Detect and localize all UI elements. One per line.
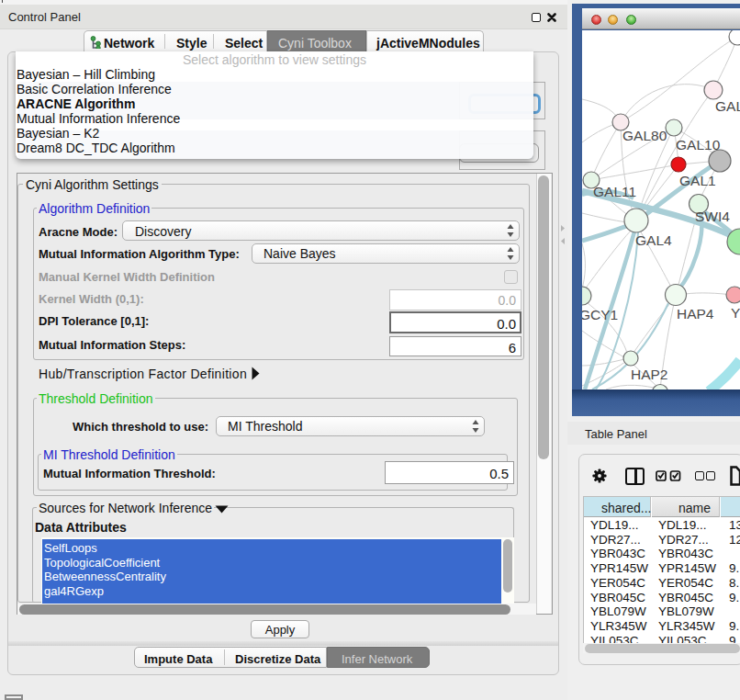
svg-text:HAP4: HAP4 bbox=[677, 306, 714, 322]
svg-text:GAL: GAL bbox=[715, 98, 740, 114]
svg-text:GAL80: GAL80 bbox=[622, 128, 667, 143]
svg-text:GAL11: GAL11 bbox=[593, 184, 636, 199]
svg-text:GCY1: GCY1 bbox=[582, 307, 618, 322]
svg-text:HAP2: HAP2 bbox=[631, 367, 668, 382]
svg-text:GAL4: GAL4 bbox=[635, 232, 672, 248]
svg-text:Y: Y bbox=[731, 305, 740, 321]
svg-text:GAL10: GAL10 bbox=[676, 137, 721, 152]
svg-text:GAL1: GAL1 bbox=[679, 173, 716, 188]
svg-text:SWI4: SWI4 bbox=[695, 209, 730, 224]
